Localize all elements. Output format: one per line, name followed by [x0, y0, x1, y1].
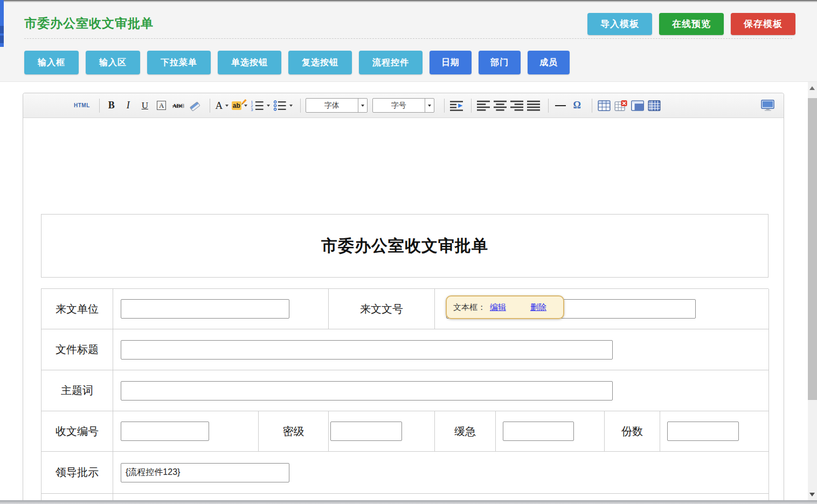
save-template-button[interactable]: 保存模板: [731, 13, 795, 35]
app-window: 市委办公室收文审批单 导入模板 在线预览 保存模板 输入框 输入区 下拉菜单 单…: [0, 0, 817, 504]
incoming-unit-input[interactable]: [121, 299, 289, 319]
insert-table-button[interactable]: [597, 98, 611, 114]
table-icon: [598, 100, 611, 111]
cell-leader-remark: [113, 452, 769, 494]
subject-words-input[interactable]: [121, 381, 613, 401]
horizontal-rule-button[interactable]: [553, 98, 567, 114]
ordered-list-button[interactable]: 1 2 3: [250, 98, 270, 114]
table-grid-icon: [648, 100, 661, 111]
component-flow-control-button[interactable]: 流程控件: [359, 51, 423, 74]
font-color-icon: A: [215, 100, 223, 112]
table-cell-icon: [631, 100, 644, 111]
header-actions: 导入模板 在线预览 保存模板: [587, 13, 795, 35]
italic-button[interactable]: I: [121, 98, 135, 114]
leader-remark-input[interactable]: [121, 463, 289, 482]
cell-subject-words: [113, 370, 769, 411]
monitor-icon: [761, 100, 775, 112]
align-center-button[interactable]: [493, 98, 507, 114]
boxed-a-icon: A: [157, 101, 166, 110]
online-preview-button[interactable]: 在线预览: [659, 13, 724, 35]
component-checkbox-button[interactable]: 复选按钮: [288, 51, 352, 74]
cell-doc-title: [113, 329, 769, 370]
copies-input[interactable]: [667, 422, 739, 441]
toolbar-separator: [548, 99, 549, 113]
toolbar-separator: [99, 99, 100, 113]
label-incoming-unit: 来文单位: [41, 289, 113, 329]
underline-button[interactable]: U: [138, 98, 152, 114]
label-secrecy: 密级: [259, 411, 329, 452]
component-department-button[interactable]: 部门: [479, 51, 521, 74]
component-input-box-button[interactable]: 输入框: [24, 51, 79, 74]
component-dropdown-button[interactable]: 下拉菜单: [147, 51, 211, 74]
eraser-button[interactable]: [188, 98, 202, 114]
font-family-select[interactable]: 字体: [306, 98, 368, 113]
label-receipt-no: 收文编号: [41, 411, 113, 452]
align-right-button[interactable]: [510, 98, 524, 114]
window-top-edge: [0, 0, 817, 2]
highlight-color-button[interactable]: ab: [232, 98, 247, 114]
label-urgency: 缓急: [435, 411, 496, 452]
rich-text-editor: HTML B I U A ABC A ab: [23, 93, 784, 504]
secrecy-input[interactable]: [330, 422, 402, 441]
table-properties-button[interactable]: [647, 98, 661, 114]
cell-secrecy: [329, 411, 435, 452]
align-justify-button[interactable]: [527, 98, 541, 114]
select-arrow-icon[interactable]: [358, 99, 367, 112]
delete-table-icon: [614, 100, 627, 111]
left-edge-strip: [0, 0, 4, 47]
align-left-icon: [477, 100, 490, 111]
unordered-list-icon: [273, 100, 287, 111]
ordered-list-icon: 1 2 3: [250, 100, 264, 111]
component-date-button[interactable]: 日期: [430, 51, 472, 74]
header-divider: [24, 38, 792, 39]
toolbar-separator: [210, 99, 210, 113]
inline-style-button[interactable]: A: [155, 98, 169, 114]
align-center-icon: [494, 100, 507, 111]
scrollbar-thumb[interactable]: [808, 98, 817, 400]
page-title: 市委办公室收文审批单: [24, 15, 154, 32]
bold-button[interactable]: B: [105, 98, 119, 114]
left-strip-mark: [0, 26, 4, 33]
left-strip-mark: [0, 36, 4, 43]
align-justify-icon: [527, 100, 540, 111]
font-size-select[interactable]: 字号: [372, 98, 434, 113]
toolbar-separator: [471, 99, 472, 113]
receipt-no-input[interactable]: [121, 422, 209, 441]
urgency-input[interactable]: [503, 422, 574, 441]
form-table: 来文单位 来文文号 文件标题 主题词 收文编号: [41, 288, 768, 504]
label-doc-title: 文件标题: [41, 329, 113, 370]
source-code-button[interactable]: HTML: [74, 98, 90, 114]
fullscreen-button[interactable]: [761, 98, 775, 114]
delete-field-link[interactable]: 删除: [530, 302, 546, 313]
toolbar-separator: [444, 99, 445, 113]
component-toolbar: 输入框 输入区 下拉菜单 单选按钮 复选按钮 流程控件 日期 部门 成员: [24, 51, 570, 74]
component-radio-button[interactable]: 单选按钮: [218, 51, 281, 74]
doc-title-input[interactable]: [121, 340, 613, 360]
dropdown-caret-icon: [289, 105, 293, 107]
edit-field-link[interactable]: 编辑: [490, 302, 506, 313]
scroll-up-arrow-icon[interactable]: [809, 86, 815, 90]
font-family-value: 字体: [306, 99, 358, 112]
scroll-down-arrow-icon[interactable]: [809, 493, 815, 496]
unordered-list-button[interactable]: [273, 98, 293, 114]
table-cell-properties-button[interactable]: [631, 98, 645, 114]
component-textarea-button[interactable]: 输入区: [86, 51, 140, 74]
font-color-button[interactable]: A: [215, 98, 229, 114]
form-title-box: 市委办公室收文审批单: [41, 214, 768, 278]
component-member-button[interactable]: 成员: [528, 51, 570, 74]
label-incoming-doc-no: 来文文号: [329, 289, 435, 329]
vertical-scrollbar[interactable]: [808, 82, 817, 504]
import-template-button[interactable]: 导入模板: [587, 13, 652, 35]
dropdown-caret-icon: [225, 105, 229, 107]
label-subject-words: 主题词: [41, 370, 113, 411]
select-arrow-icon[interactable]: [425, 99, 434, 112]
special-char-button[interactable]: Ω: [570, 98, 584, 114]
editor-content[interactable]: 市委办公室收文审批单 来文单位 来文文号 文件标题 主题词: [23, 118, 784, 504]
align-right-icon: [510, 100, 523, 111]
indent-icon: [450, 100, 463, 111]
indent-button[interactable]: [449, 98, 463, 114]
field-type-label: 文本框：: [453, 302, 486, 313]
delete-table-button[interactable]: [614, 98, 628, 114]
strikethrough-button[interactable]: ABC: [171, 98, 185, 114]
align-left-button[interactable]: [476, 98, 490, 114]
